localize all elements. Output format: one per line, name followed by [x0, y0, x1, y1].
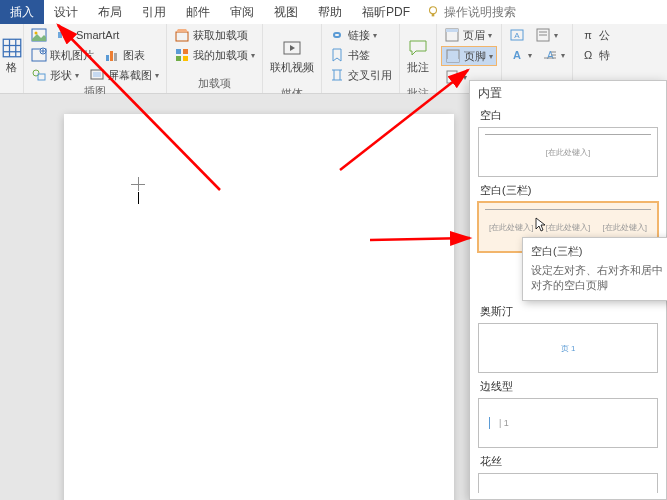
online-pictures-button[interactable]: 联机图片 — [28, 46, 97, 64]
footer-label: 页脚 — [464, 49, 486, 64]
video-icon — [282, 38, 302, 58]
ribbon-group-links: 链接▾ 书签 交叉引用 — [322, 24, 400, 93]
crossref-button[interactable]: 交叉引用 — [326, 66, 395, 84]
svg-text:A: A — [513, 49, 521, 61]
svg-rect-15 — [110, 51, 113, 61]
link-button[interactable]: 链接▾ — [326, 26, 380, 44]
page-number-icon: # — [444, 69, 460, 85]
wordart-button[interactable]: A▾ — [506, 46, 535, 64]
tab-review[interactable]: 审阅 — [220, 0, 264, 24]
ribbon-group-addins: 获取加载项 我的加载项▾ 加载项 — [167, 24, 263, 93]
tab-foxit-pdf[interactable]: 福昕PDF — [352, 0, 420, 24]
tab-design[interactable]: 设计 — [44, 0, 88, 24]
gallery-item-filigree[interactable]: 花丝 — [478, 452, 658, 493]
svg-rect-10 — [63, 32, 67, 38]
gallery-thumb: | 1 — [478, 398, 658, 448]
tab-insert[interactable]: 插入 — [0, 0, 44, 24]
tables-label: 格 — [6, 60, 17, 75]
document-page[interactable] — [64, 114, 454, 500]
gallery-tooltip: 空白(三栏) 设定左对齐、右对齐和居中对齐的空白页脚 — [522, 237, 667, 301]
store-icon — [174, 27, 190, 43]
tab-mailings[interactable]: 邮件 — [176, 0, 220, 24]
svg-rect-21 — [176, 32, 188, 41]
svg-rect-2 — [3, 39, 21, 57]
footer-icon — [445, 48, 461, 64]
placeholder-text: 页 1 — [561, 343, 576, 354]
equation-label: 公 — [599, 28, 610, 43]
screenshot-button[interactable]: 屏幕截图▾ — [86, 66, 162, 84]
chart-label: 图表 — [123, 48, 145, 63]
header-icon — [444, 27, 460, 43]
shapes-button[interactable]: 形状▾ — [28, 66, 82, 84]
svg-rect-1 — [432, 14, 435, 17]
crossref-label: 交叉引用 — [348, 68, 392, 83]
comment-button[interactable]: 批注 — [404, 26, 432, 86]
link-icon — [329, 27, 345, 43]
symbol-button[interactable]: Ω特 — [577, 46, 613, 64]
tab-references[interactable]: 引用 — [132, 0, 176, 24]
svg-text:Ω: Ω — [584, 49, 592, 61]
my-addins-label: 我的加载项 — [193, 48, 248, 63]
footer-button[interactable]: 页脚▾ — [441, 46, 497, 66]
get-addins-label: 获取加载项 — [193, 28, 248, 43]
table-icon — [2, 38, 22, 58]
header-button[interactable]: 页眉▾ — [441, 26, 495, 44]
shapes-icon — [31, 67, 47, 83]
svg-rect-23 — [183, 49, 188, 54]
picture-icon — [31, 27, 47, 43]
textbox-button[interactable]: A — [506, 26, 528, 44]
wordart-icon: A — [509, 47, 525, 63]
dropcap-button[interactable]: A▾ — [539, 46, 568, 64]
svg-rect-30 — [447, 59, 459, 62]
placeholder-text: [在此处键入] — [546, 147, 590, 158]
smartart-button[interactable]: SmartArt — [54, 26, 122, 44]
online-video-button[interactable]: 联机视频 — [267, 26, 317, 86]
ribbon-group-tables: 格 — [0, 24, 24, 93]
tell-me-search[interactable]: 操作说明搜索 — [426, 4, 516, 21]
ribbon-group-illustrations: SmartArt 联机图片 图表 形状▾ 屏幕截图▾ 插图 — [24, 24, 167, 93]
svg-rect-22 — [176, 49, 181, 54]
svg-rect-24 — [176, 56, 181, 61]
svg-rect-28 — [446, 29, 458, 32]
svg-rect-20 — [93, 72, 101, 77]
get-addins-button[interactable]: 获取加载项 — [171, 26, 251, 44]
tables-button[interactable]: 格 — [4, 26, 19, 86]
tab-layout[interactable]: 布局 — [88, 0, 132, 24]
gallery-item-austin[interactable]: 奥斯汀 页 1 — [478, 302, 658, 373]
equation-icon: π — [580, 27, 596, 43]
equation-button[interactable]: π公 — [577, 26, 613, 44]
smartart-label: SmartArt — [76, 29, 119, 41]
quick-parts-icon — [535, 27, 551, 43]
bookmark-label: 书签 — [348, 48, 370, 63]
placeholder-text: | 1 — [499, 418, 509, 428]
gallery-item-label: 花丝 — [478, 452, 658, 473]
gallery-item-sideline[interactable]: 边线型 | 1 — [478, 377, 658, 448]
tab-help[interactable]: 帮助 — [308, 0, 352, 24]
gallery-item-blank-three[interactable]: 空白(三栏) [在此处键入] [在此处键入] [在此处键入] 空白(三栏) 设定… — [478, 181, 658, 252]
svg-rect-16 — [114, 53, 117, 61]
group-label-addins: 加载项 — [171, 76, 258, 93]
ribbon-group-comments: 批注 批注 — [400, 24, 437, 93]
crossref-icon — [329, 67, 345, 83]
chart-button[interactable]: 图表 — [101, 46, 148, 64]
svg-rect-18 — [38, 74, 45, 80]
tab-view[interactable]: 视图 — [264, 0, 308, 24]
gallery-item-blank[interactable]: 空白 [在此处键入] — [478, 106, 658, 177]
page-number-button[interactable]: #▾ — [441, 68, 470, 86]
pictures-button[interactable] — [28, 26, 50, 44]
svg-point-0 — [430, 7, 437, 14]
tell-me-label: 操作说明搜索 — [444, 4, 516, 21]
dropcap-icon: A — [542, 47, 558, 63]
gallery-item-label: 边线型 — [478, 377, 658, 398]
tooltip-desc: 设定左对齐、右对齐和居中对齐的空白页脚 — [531, 263, 663, 294]
svg-rect-25 — [183, 56, 188, 61]
textbox-icon: A — [509, 27, 525, 43]
quick-parts-button[interactable]: ▾ — [532, 26, 561, 44]
my-addins-button[interactable]: 我的加载项▾ — [171, 46, 258, 64]
footer-gallery: 内置 空白 [在此处键入] 空白(三栏) [在此处键入] [在此处键入] [在此… — [469, 80, 667, 500]
bookmark-icon — [329, 47, 345, 63]
gallery-thumb: 页 1 — [478, 323, 658, 373]
svg-text:π: π — [584, 29, 592, 41]
bookmark-button[interactable]: 书签 — [326, 46, 373, 64]
gallery-section-builtin: 内置 — [470, 81, 666, 104]
